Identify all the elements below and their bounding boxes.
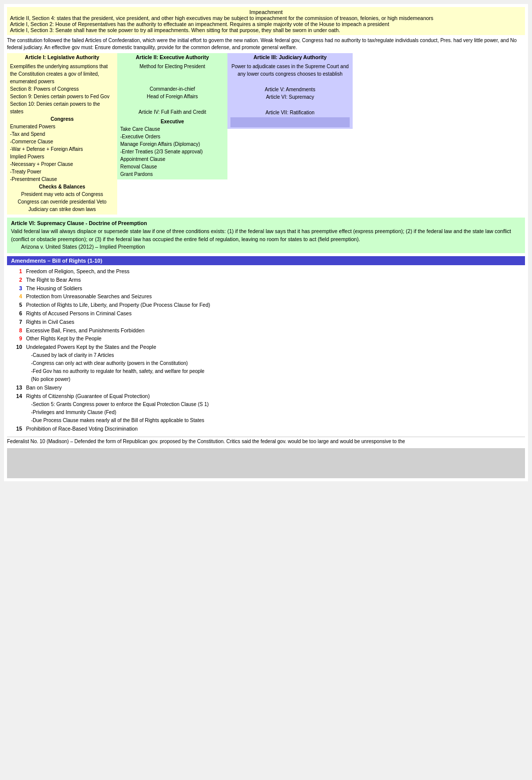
col2-exec-5: Removal Clause	[120, 163, 224, 170]
impeachment-title: Impeachment	[10, 9, 522, 15]
col3-item-1: Article VI: Supremacy	[230, 93, 350, 101]
amendment-row: 15Prohibition of Race-Based Voting Discr…	[11, 425, 521, 433]
amendments-content: 1Freedom of Religion, Speech, and the Pr…	[7, 265, 525, 435]
amend-num-13: 13	[11, 383, 22, 392]
col1-checks-header: Checks & Balances	[10, 183, 114, 190]
amend-text-1: Freedom of Religion, Speech, and the Pre…	[26, 267, 130, 276]
col3-ratification-highlight	[230, 117, 350, 127]
amend-num-7: 7	[11, 318, 22, 326]
col2-content: Method for Electing President Commander-…	[117, 61, 227, 179]
amend-main-text: Protection from Unreasonable Searches an…	[26, 292, 152, 301]
bottom-area	[7, 448, 525, 478]
intro-text: The constitution followed the failed Art…	[7, 37, 525, 51]
amend-text-8: Excessive Bail, Fines, and Punishments F…	[26, 326, 144, 335]
col2-subheader: Method for Electing President	[120, 63, 224, 70]
supremacy-text: Valid federal law will always displace o…	[11, 228, 521, 244]
impeachment-items: Article II, Section 4: states that the p…	[10, 15, 522, 33]
amend-num-4: 4	[11, 292, 22, 301]
col2-item-1: Head of Foreign Affairs	[120, 93, 224, 100]
amend-main-text: Excessive Bail, Fines, and Punishments F…	[26, 326, 144, 335]
amend-text-15: Prohibition of Race-Based Voting Discrim…	[26, 425, 138, 433]
amendment-row: 6Rights of Accused Persons in Criminal C…	[11, 309, 521, 318]
col3-header: Article III: Judiciary Authority	[227, 53, 353, 61]
amend-main-text: Rights in Civil Cases	[26, 318, 74, 326]
amend-text-4: Protection from Unreasonable Searches an…	[26, 292, 152, 301]
col2-executive-header: Executive	[120, 118, 224, 125]
amend-main-text: Undelegated Powers Kept by the States an…	[26, 343, 204, 351]
amend-num-14: 14	[11, 392, 22, 425]
amendment-row: 10Undelegated Powers Kept by the States …	[11, 343, 521, 383]
impeach-item-1: Article II, Section 4: states that the p…	[10, 15, 522, 21]
col-judiciary: Article III: Judiciary Authority Power t…	[227, 53, 353, 215]
amend-main-text: Prohibition of Race-Based Voting Discrim…	[26, 425, 138, 433]
col3-subheader: Power to adjudicate cases in the Supreme…	[230, 63, 350, 78]
col1-item-2: Section 9: Denies certain powers to Fed …	[10, 93, 114, 100]
col1-congress-6: -Treaty Power	[10, 168, 114, 175]
amend-num-5: 5	[11, 301, 22, 309]
amendments-section: Amendments – Bill of Rights (1-10) 1Free…	[7, 256, 525, 435]
amendment-row: 1Freedom of Religion, Speech, and the Pr…	[11, 267, 521, 276]
col-executive: Article II: Executive Authority Method f…	[117, 53, 227, 215]
amend-sub-item: -Congress can only act with clear author…	[26, 359, 204, 367]
col2-exec-6: Grant Pardons	[120, 170, 224, 178]
col1-checks-0: President may veto acts of Congress	[10, 190, 114, 198]
federalist-text: Federalist No. 10 (Madison) – Defended t…	[7, 437, 525, 444]
amend-text-7: Rights in Civil Cases	[26, 318, 74, 326]
col1-congress-4: Implied Powers	[10, 153, 114, 160]
amendment-row: 9Other Rights Kept by the People	[11, 334, 521, 343]
col1-congress-1: -Tax and Spend	[10, 130, 114, 138]
amend-num-8: 8	[11, 326, 22, 335]
amend-num-15: 15	[11, 425, 22, 433]
amendment-row: 7Rights in Civil Cases	[11, 318, 521, 326]
amend-text-2: The Right to Bear Arms	[26, 276, 81, 284]
col1-congress-7: -Presentment Clause	[10, 175, 114, 183]
amend-text-14: Rights of Citizenship (Guarantee of Equa…	[26, 392, 209, 425]
amendment-row: 13Ban on Slavery	[11, 383, 521, 392]
supremacy-case: Arizona v. United States (2012) – Implie…	[11, 243, 521, 251]
amendment-row: 14Rights of Citizenship (Guarantee of Eq…	[11, 392, 521, 425]
amend-main-text: Protection of Rights to Life, Liberty, a…	[26, 301, 210, 309]
amend-main-text: Rights of Accused Persons in Criminal Ca…	[26, 309, 132, 318]
supremacy-box: Article VI: Supremacy Clause - Doctrine …	[7, 218, 525, 253]
col1-checks-1: Congress can override presidential Veto	[10, 198, 114, 206]
col1-header: Article I: Legislative Authority	[7, 53, 117, 61]
col1-congress-header: Congress	[10, 115, 114, 123]
col2-exec-4: Appointment Clause	[120, 155, 224, 163]
amend-main-text: Ban on Slavery	[26, 383, 62, 392]
amend-num-9: 9	[11, 334, 22, 343]
amend-main-text: The Housing of Soldiers	[26, 284, 82, 293]
col1-item-0: Exemplifies the underlying assumptions t…	[10, 63, 114, 85]
amend-num-1: 1	[11, 267, 22, 276]
amend-sub-item: (No police power)	[26, 375, 204, 383]
amend-sub-item: -Due Process Clause makes nearly all of …	[26, 417, 209, 425]
amendment-row: 3The Housing of Soldiers	[11, 284, 521, 293]
col1-congress-2: -Commerce Clause	[10, 138, 114, 145]
amend-text-13: Ban on Slavery	[26, 383, 62, 392]
col3-content: Power to adjudicate cases in the Supreme…	[227, 61, 353, 129]
amend-sub-item: -Section 5: Grants Congress power to enf…	[26, 401, 209, 409]
amend-text-3: The Housing of Soldiers	[26, 284, 82, 293]
amend-num-2: 2	[11, 276, 22, 284]
amendment-row: 8Excessive Bail, Fines, and Punishments …	[11, 326, 521, 335]
amend-num-3: 3	[11, 284, 22, 293]
amend-text-6: Rights of Accused Persons in Criminal Ca…	[26, 309, 132, 318]
amend-sub-item: -Fed Gov has no authority to regulate fo…	[26, 367, 204, 375]
col2-header: Article II: Executive Authority	[117, 53, 227, 61]
col1-congress-0: Enumerated Powers	[10, 123, 114, 130]
amendment-row: 5Protection of Rights to Life, Liberty, …	[11, 301, 521, 309]
col3-item-0: Article V: Amendments	[230, 86, 350, 93]
amendment-row: 2The Right to Bear Arms	[11, 276, 521, 284]
amend-main-text: The Right to Bear Arms	[26, 276, 81, 284]
supremacy-title: Article VI: Supremacy Clause - Doctrine …	[11, 220, 521, 228]
amend-main-text: Freedom of Religion, Speech, and the Pre…	[26, 267, 130, 276]
amend-sub-item: -Privileges and Immunity Clause (Fed)	[26, 409, 209, 417]
amend-main-text: Other Rights Kept by the People	[26, 334, 102, 343]
amend-text-10: Undelegated Powers Kept by the States an…	[26, 343, 204, 383]
col2-exec-3: -Enter Treaties (2/3 Senate approval)	[120, 148, 224, 155]
amendment-row: 4Protection from Unreasonable Searches a…	[11, 292, 521, 301]
col1-congress-5: -Necessary + Proper Clause	[10, 160, 114, 168]
col1-checks-2: Judiciary can strike down laws	[10, 206, 114, 213]
col3-item-2: Article VII: Ratification	[230, 109, 350, 116]
impeach-item-2: Article I, Section 2: House of Represent…	[10, 21, 522, 27]
amend-num-10: 10	[11, 343, 22, 383]
